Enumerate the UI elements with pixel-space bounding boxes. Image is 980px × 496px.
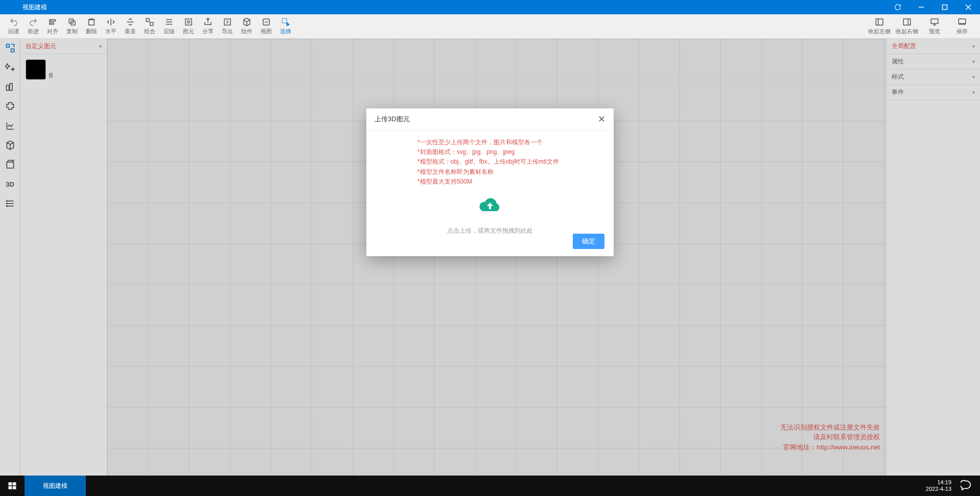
delete-icon	[87, 17, 96, 27]
tool-label: 保存	[956, 28, 968, 35]
minimize-button[interactable]	[909, 0, 933, 14]
close-icon[interactable]: ✕	[598, 114, 605, 125]
taskbar-app-item[interactable]: 视图建模	[25, 476, 86, 496]
toolbar: 回退 前进 对齐 复制 删除 水平 垂直 组合 层级 图元 分享 导出	[0, 14, 980, 39]
clock[interactable]: 14:19 2022-4-13	[926, 479, 951, 492]
upload-hint-text: 点击上传，或将文件拖拽到此处	[376, 226, 604, 236]
svg-rect-13	[150, 22, 153, 26]
tool-label: 水平	[105, 28, 116, 35]
tool-label: 导出	[222, 28, 233, 35]
vertical-icon	[126, 17, 135, 27]
tool-label: 收起左侧	[868, 28, 891, 35]
tool-label: 收起右侧	[896, 28, 918, 35]
svg-rect-12	[146, 18, 149, 21]
close-button[interactable]	[956, 0, 980, 14]
svg-rect-24	[876, 19, 883, 25]
tool-label: 垂直	[125, 28, 136, 35]
svg-rect-17	[185, 19, 192, 25]
tool-save[interactable]: 保存	[948, 15, 976, 38]
tool-group[interactable]: 组合	[140, 15, 159, 38]
tool-element[interactable]: 图元	[179, 15, 198, 38]
tool-label: 分享	[202, 28, 214, 35]
tool-hide-left[interactable]: 收起左侧	[866, 15, 893, 38]
tool-label: 选择	[280, 28, 291, 35]
tool-label: 视图	[261, 28, 272, 35]
save-icon	[958, 17, 967, 27]
refresh-icon[interactable]	[886, 0, 909, 14]
chat-icon[interactable]	[961, 479, 972, 493]
upload-dropzone[interactable]: 点击上传，或将文件拖拽到此处	[376, 192, 604, 236]
tool-label: 预览	[929, 28, 940, 35]
svg-point-18	[188, 21, 190, 24]
tool-align[interactable]: 对齐	[43, 15, 62, 38]
tool-export[interactable]: 导出	[218, 15, 237, 38]
tool-horizontal[interactable]: 水平	[101, 15, 121, 38]
upload-rule: *模型最大支持500M	[417, 177, 604, 187]
tool-share[interactable]: 分享	[198, 15, 218, 38]
main-area: 3D 自定义图元 ▾ 🗑 无法识别授权文件或注册文件失效 请及时联系管理员授权 …	[0, 39, 980, 476]
tool-label: 前进	[28, 28, 39, 35]
export-icon	[223, 17, 232, 27]
share-icon	[203, 17, 213, 27]
svg-text:2D: 2D	[264, 20, 268, 24]
sidebar-right-icon	[902, 17, 912, 27]
tool-component[interactable]: 组件	[237, 15, 256, 38]
copy-icon	[67, 17, 77, 27]
svg-rect-1	[943, 5, 947, 10]
cloud-upload-icon	[376, 192, 604, 223]
tool-copy[interactable]: 复制	[62, 15, 82, 38]
upload-rule: *封面图格式：svg、jpg、png、jpeg	[417, 147, 604, 157]
tool-delete[interactable]: 删除	[82, 15, 101, 38]
maximize-button[interactable]	[933, 0, 956, 14]
select-icon	[281, 17, 290, 27]
tool-preview[interactable]: 预览	[921, 15, 948, 38]
svg-rect-5	[51, 20, 55, 21]
window-controls	[886, 0, 980, 14]
tool-undo[interactable]: 回退	[4, 15, 24, 38]
monitor-icon	[930, 17, 939, 27]
svg-rect-47	[9, 482, 12, 485]
svg-rect-26	[903, 19, 911, 25]
clock-time: 14:19	[926, 479, 951, 486]
upload-3d-dialog: 上传3D图元 ✕ *一次性至少上传两个文件，图片和模型各一个 *封面图格式：sv…	[366, 108, 614, 256]
svg-rect-20	[224, 19, 230, 25]
tool-select[interactable]: 选择	[276, 15, 295, 38]
svg-rect-31	[959, 19, 966, 24]
modal-overlay: 上传3D图元 ✕ *一次性至少上传两个文件，图片和模型各一个 *封面图格式：sv…	[0, 39, 980, 476]
start-button[interactable]	[0, 476, 25, 496]
tool-redo[interactable]: 前进	[24, 15, 43, 38]
tool-label: 复制	[66, 28, 78, 35]
tool-vertical[interactable]: 垂直	[121, 15, 140, 38]
clock-date: 2022-4-13	[926, 486, 951, 492]
tool-hide-right[interactable]: 收起右侧	[893, 15, 921, 38]
dialog-header: 上传3D图元 ✕	[366, 108, 614, 130]
horizontal-icon	[106, 17, 115, 27]
svg-rect-50	[13, 486, 16, 489]
dialog-body: *一次性至少上传两个文件，图片和模型各一个 *封面图格式：svg、jpg、png…	[366, 130, 614, 245]
system-tray: 14:19 2022-4-13	[926, 479, 980, 493]
tool-label: 删除	[86, 28, 97, 35]
tool-label: 图元	[183, 28, 194, 35]
upload-rule: *模型格式：obj、gltf、fbx。上传obj时可上传mtl文件	[417, 157, 604, 167]
component-icon	[242, 17, 251, 27]
align-icon	[48, 17, 57, 27]
svg-rect-9	[89, 20, 95, 26]
taskbar: 视图建模 14:19 2022-4-13	[0, 476, 980, 496]
tool-label: 组合	[144, 28, 155, 35]
window-title: 视图建模	[22, 3, 47, 12]
upload-rule: *一次性至少上传两个文件，图片和模型各一个	[417, 138, 604, 147]
upload-rule: *模型文件名称即为素材名称	[417, 167, 604, 177]
svg-rect-48	[13, 482, 16, 485]
dialog-title: 上传3D图元	[375, 115, 410, 124]
svg-rect-6	[51, 23, 54, 25]
tool-view[interactable]: 2D 视图	[256, 15, 276, 38]
view-icon: 2D	[262, 17, 271, 27]
tool-layer[interactable]: 层级	[159, 15, 179, 38]
svg-rect-49	[9, 486, 12, 489]
tool-label: 对齐	[47, 28, 58, 35]
tool-label: 组件	[241, 28, 252, 35]
element-icon	[184, 17, 193, 27]
group-icon	[145, 17, 154, 27]
window-titlebar: 视图建模	[0, 0, 980, 14]
layer-icon	[165, 17, 174, 27]
